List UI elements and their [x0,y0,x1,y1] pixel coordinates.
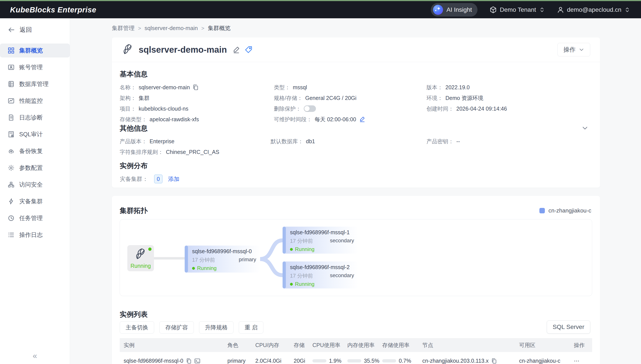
sidebar-item-label: 灾备集群 [19,198,43,205]
copy-icon[interactable] [491,358,497,364]
sidebar-item-access-security[interactable]: 访问安全 [0,178,70,192]
tag-icon[interactable] [245,46,252,53]
field-label: 名称： [120,84,136,91]
sidebar-item-dr-cluster[interactable]: 灾备集群 [0,194,70,208]
switchover-button[interactable]: 主备切换 [120,321,154,334]
ai-insight-label: AI Insight [447,6,472,13]
pod-age: 17 分钟前 [290,272,313,279]
back-button[interactable]: 返回 [8,26,70,34]
sidebar-item-label: 访问安全 [19,181,43,188]
tenant-cube-icon [490,6,497,13]
sidebar-item-task-mgmt[interactable]: 任务管理 [0,211,70,225]
engine-tab-sqlserver[interactable]: SQL Server [547,320,590,334]
pod-accent-bar [283,227,286,254]
breadcrumb-cluster-mgmt[interactable]: 集群管理 [112,24,134,32]
pod-card-primary[interactable]: sqlse-fd968996f-mssql-0 17 分钟前 primary R… [185,246,260,272]
edit-title-icon[interactable] [233,46,240,53]
version-value: 2022.19.0 [446,84,470,91]
mem-usage-value: 35.5% [364,358,379,364]
tenant-selector[interactable]: Demo Tenant [490,6,545,13]
sqlserver-icon [134,248,147,261]
cpu-usage-value: 1.9% [329,358,341,364]
add-dr-cluster-link[interactable]: 添加 [168,175,179,183]
breadcrumb-cluster-name[interactable]: sqlserver-demo-main [145,25,198,32]
sidebar-item-database-mgmt[interactable]: 数据库管理 [0,77,70,91]
chevron-updown-icon [624,6,630,13]
account-menu[interactable]: demo@apecloud.cn [557,6,630,13]
sidebar-item-parameter-config[interactable]: 参数配置 [0,161,70,175]
sidebar-item-sql-audit[interactable]: SQL审计 [0,127,70,141]
sidebar-collapse-button[interactable]: « [33,351,37,360]
instance-cpu-mem: 2.0C/4.0Gi [255,358,294,364]
sidebar-item-backup-restore[interactable]: 备份恢复 [0,144,70,158]
environment-value: Demo 资源环境 [446,94,483,102]
row-more-actions[interactable]: ⋯ [574,358,592,364]
field-label: 删除保护： [274,105,301,112]
brand-logo: KubeBlocks Enterprise [10,6,96,14]
instance-name: sqlse-fd968996f-mssql-0 [124,358,183,364]
page-title: sqlserver-demo-main [139,45,227,55]
col-actions: 操作 [574,342,592,349]
edit-maintenance-icon[interactable] [359,116,365,122]
other-info-heading: 其他信息 [120,124,148,133]
main-content: 集群管理 > sqlserver-demo-main > 集群概览 sqlser… [70,18,641,364]
sidebar-item-performance-monitor[interactable]: 性能监控 [0,94,70,108]
resize-spec-button[interactable]: 升降规格 [199,321,234,334]
field-label: 环境： [426,94,443,102]
list-icon [8,232,14,238]
pod-name: sqlse-fd968996f-mssql-1 [290,229,354,236]
field-label: 项目： [120,105,136,112]
pod-status: Running [295,281,314,287]
sidebar-item-operation-log[interactable]: 操作日志 [0,228,70,242]
field-label: 产品版本： [120,137,147,145]
cluster-status: Running [127,263,154,269]
sidebar-item-cluster-overview[interactable]: 集群概览 [0,44,70,58]
actions-dropdown-button[interactable]: 操作 [557,43,590,56]
dr-cluster-count[interactable]: 0 [154,174,162,183]
gear-icon [8,164,14,171]
sidebar-item-account-mgmt[interactable]: 账号管理 [0,60,70,74]
instance-list-heading: 实例列表 [120,310,148,319]
sidebar-item-label: 参数配置 [19,164,43,172]
sidebar-item-label: 操作日志 [19,231,43,239]
col-storage: 存储 [294,342,312,349]
product-version-value: Enterprise [150,137,174,145]
instance-actions: 主备切换 存储扩容 升降规格 重 启 [120,321,263,334]
pod-card-secondary-1[interactable]: sqlse-fd968996f-mssql-1 17 分钟前 secondary… [283,227,358,254]
col-node: 节点 [422,342,519,349]
dr-cluster-row: 灾备集群： 0 添加 [120,174,179,183]
copy-icon[interactable] [186,358,192,364]
instance-table: 实例 角色 CPU/内存 存储 CPU使用率 内存使用率 存储使用率 节点 可用… [120,338,592,364]
audit-doc-icon [8,131,14,138]
sidebar-item-label: 性能监控 [19,97,43,105]
delete-protection-toggle[interactable] [304,105,316,112]
cloud-upload-icon [8,148,14,154]
basic-info-heading: 基本信息 [120,70,148,79]
maintenance-window-value: 每天 02:00-06:00 [315,116,356,123]
zone-value: cn-zhangjiakou-c [519,358,574,364]
field-label: 字符集排序规则： [120,148,163,156]
pod-card-secondary-2[interactable]: sqlse-fd968996f-mssql-2 17 分钟前 secondary… [283,262,358,288]
actions-label: 操作 [563,46,576,54]
collapse-section-icon[interactable] [581,124,588,132]
zone-legend: cn-zhangjiakou-c [539,207,591,214]
cpu-usage-bar [312,359,326,362]
restart-button[interactable]: 重 启 [239,321,263,334]
product-key-value: -- [456,137,460,145]
sidebar-item-log-diagnosis[interactable]: 日志诊断 [0,110,70,124]
ai-insight-button[interactable]: ✦✦ AI Insight [431,3,478,16]
other-info-col2: 默认数据库： db1 [271,137,401,148]
topology-canvas: Running sqlse-fd968996f-mssql-0 17 分钟前 p… [120,219,592,296]
pod-status: Running [197,265,217,271]
project-value: kubeblocks-cloud-ns [139,105,188,112]
cluster-node[interactable]: Running [127,245,154,271]
copy-icon[interactable] [192,84,199,90]
storage-expand-button[interactable]: 存储扩容 [159,321,194,334]
chart-line-icon [8,98,14,104]
lightning-icon [8,198,14,205]
pod-name: sqlse-fd968996f-mssql-2 [290,264,354,270]
back-label: 返回 [20,26,32,34]
dr-cluster-label: 灾备集群： [120,175,148,183]
terminal-icon[interactable] [194,358,200,364]
overview-card: sqlserver-demo-main 操作 基本信息 名称： sqlserve… [112,38,600,188]
